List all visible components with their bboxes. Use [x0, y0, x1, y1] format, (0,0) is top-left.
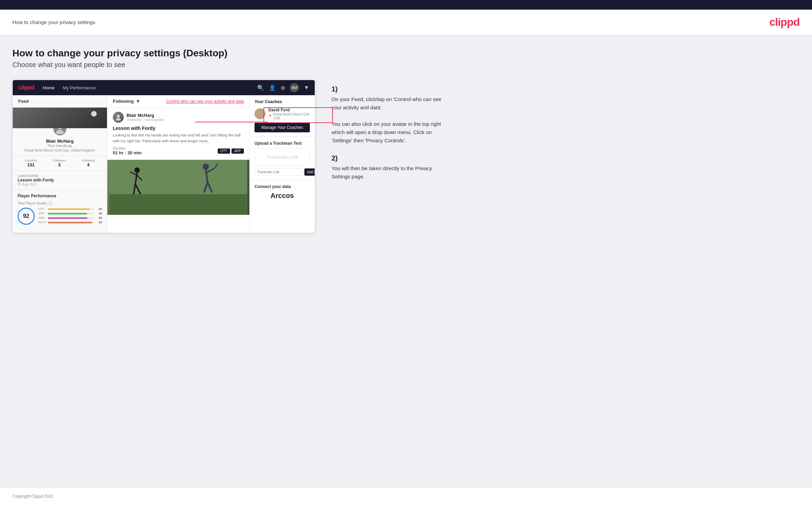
person-icon[interactable]: 👤	[269, 85, 276, 91]
following-chevron: ▼	[136, 99, 140, 104]
main-content: How to change your privacy settings (Des…	[0, 35, 812, 487]
instruction-2-text: You will then be taken directly to the P…	[332, 164, 448, 181]
profile-name: Blair McHarg	[17, 139, 103, 144]
bar-putt-fill	[48, 222, 92, 223]
add-link-button[interactable]: Add Link	[304, 168, 315, 176]
svg-point-1	[56, 130, 64, 134]
instructions: 1) On your Feed, click/tap on 'Control w…	[326, 80, 800, 190]
nav-avatar[interactable]: BM	[290, 83, 299, 92]
coach-name: David Ford	[268, 108, 310, 112]
bar-arg: ARG 86	[38, 216, 102, 220]
tpq-score: 92	[18, 208, 35, 225]
trackman-input[interactable]	[255, 168, 303, 176]
bar-app-fill	[48, 213, 87, 214]
tpq-row: 92 OTT 90	[18, 207, 102, 225]
following-btn[interactable]: Following ▼	[113, 99, 140, 104]
stat-activities: Activities 131	[25, 159, 37, 167]
stat-followers: Followers 3	[53, 159, 66, 167]
activity-user-name: Blair McHarg	[127, 113, 164, 118]
trackman-section: Upload a Trackman Test Trackman Link Add…	[250, 137, 315, 180]
coach-club-text: Royal North Devon Golf Club	[273, 112, 310, 120]
svg-point-12	[203, 164, 209, 170]
trackman-title: Upload a Trackman Test	[255, 141, 310, 146]
bar-app: APP 85	[38, 212, 102, 215]
top-bar	[0, 0, 812, 10]
stat-following-label: Following	[82, 159, 95, 162]
footer: Copyright Clippd 2022	[0, 487, 812, 505]
activity-user-avatar	[113, 112, 124, 123]
app-nav: clippd Home My Performance 🔍 👤 ⊕ BM ▼	[13, 80, 315, 95]
profile-banner	[13, 108, 107, 128]
bar-arg-track	[48, 217, 94, 219]
tag-pills: OTT APP	[218, 148, 244, 154]
player-performance: Player Performance Total Player Quality …	[13, 190, 107, 229]
activity-photo	[107, 160, 249, 215]
profile-handicap: Plus Handicap	[17, 144, 103, 148]
instruction-2-num: 2)	[332, 154, 800, 162]
app-mockup-wrapper: clippd Home My Performance 🔍 👤 ⊕ BM ▼	[12, 80, 315, 233]
nav-icons: 🔍 👤 ⊕ BM ▼	[257, 83, 309, 92]
duration-val: 01 hr : 30 min	[113, 150, 142, 155]
svg-point-2	[117, 115, 120, 118]
feed-tab[interactable]: Feed	[13, 95, 107, 108]
tpq-label: Total Player Quality i	[18, 201, 102, 205]
coaches-section: Your Coaches David Ford 📍 Royal North De…	[250, 95, 315, 137]
nav-home[interactable]: Home	[43, 85, 55, 90]
latest-label: Latest Activity	[18, 174, 102, 178]
bar-putt-label: PUTT	[38, 221, 46, 224]
svg-point-6	[134, 167, 140, 173]
tag-app: APP	[231, 148, 244, 154]
header: How to change your privacy settings clip…	[0, 10, 812, 35]
search-icon[interactable]: 🔍	[257, 85, 264, 91]
latest-date: 03 Aug 2022	[18, 183, 102, 186]
chevron-down-icon[interactable]: ▼	[304, 85, 309, 91]
coach-row: David Ford 📍 Royal North Devon Golf Club	[255, 108, 310, 120]
activity-user: Blair McHarg Yesterday · Sunningdale	[113, 112, 244, 123]
page-subheading: Choose what you want people to see	[12, 61, 800, 69]
app-right-panel: Your Coaches David Ford 📍 Royal North De…	[249, 95, 315, 233]
tpq-label-text: Total Player Quality	[18, 201, 47, 205]
duration-info: Duration 01 hr : 30 min	[113, 146, 142, 155]
activity-user-location: Yesterday · Sunningdale	[127, 118, 164, 122]
manage-coaches-button[interactable]: Manage Your Coaches	[255, 123, 310, 132]
coach-info: David Ford 📍 Royal North Devon Golf Club	[268, 108, 310, 120]
nav-my-performance[interactable]: My Performance	[63, 85, 96, 90]
stat-following: Following 4	[82, 159, 95, 167]
bar-app-track	[48, 213, 94, 214]
stat-activities-label: Activities	[25, 159, 37, 162]
bar-ott: OTT 90	[38, 207, 102, 211]
page-heading: How to change your privacy settings (Des…	[12, 48, 800, 59]
connect-title: Connect your data	[255, 184, 310, 189]
control-privacy-link[interactable]: Control who can see your activity and da…	[166, 99, 244, 104]
header-title: How to change your privacy settings	[12, 19, 95, 25]
coach-club: 📍 Royal North Devon Golf Club	[268, 112, 310, 120]
coach-avatar	[255, 108, 266, 119]
profile-club: Royal North Devon Golf Club, United King…	[17, 148, 103, 152]
info-icon: i	[48, 201, 53, 205]
add-icon[interactable]: ⊕	[281, 85, 285, 91]
bar-putt: PUTT 96	[38, 221, 102, 224]
feed-header: Following ▼ Control who can see your act…	[107, 95, 249, 108]
profile-stats: Activities 131 Followers 3 Following 4	[13, 156, 107, 170]
activity-title: Lesson with Fordy	[113, 125, 244, 131]
clippd-logo: clippd	[769, 16, 800, 29]
demo-area: clippd Home My Performance 🔍 👤 ⊕ BM ▼	[12, 80, 800, 233]
bar-ott-track	[48, 208, 94, 210]
stat-following-value: 4	[82, 162, 95, 167]
svg-point-3	[116, 118, 121, 121]
instruction-1-text: On your Feed, click/tap on 'Control who …	[332, 95, 448, 145]
latest-name: Lesson with Fordy	[18, 178, 102, 183]
coaches-title: Your Coaches	[255, 99, 310, 104]
duration-label: Duration	[113, 146, 142, 150]
bar-arg-val: 86	[95, 216, 102, 220]
duration-row: Duration 01 hr : 30 min OTT APP	[113, 146, 244, 155]
location-icon: 📍	[268, 114, 272, 118]
tpq-bars: OTT 90 APP	[38, 207, 102, 225]
app-mockup: clippd Home My Performance 🔍 👤 ⊕ BM ▼	[12, 80, 315, 233]
perf-title: Player Performance	[18, 194, 102, 198]
app-body: Feed Blair McHarg Plus Handica	[13, 95, 315, 233]
tag-ott: OTT	[218, 148, 230, 154]
bar-app-val: 85	[95, 212, 102, 215]
activity-user-info: Blair McHarg Yesterday · Sunningdale	[127, 113, 164, 122]
bar-ott-val: 90	[95, 207, 102, 211]
